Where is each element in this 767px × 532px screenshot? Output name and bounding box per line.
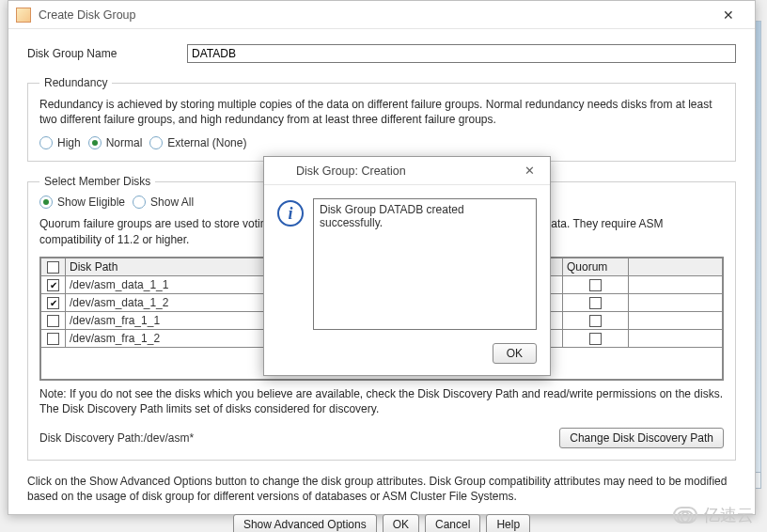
change-discovery-path-button[interactable]: Change Disk Discovery Path — [559, 428, 724, 448]
member-disks-legend: Select Member Disks — [39, 175, 155, 188]
close-icon[interactable]: ✕ — [518, 164, 540, 178]
show-eligible[interactable]: Show Eligible — [39, 196, 125, 209]
discovery-path-label: Disk Discovery Path:/dev/asm* — [39, 431, 559, 445]
footer-text: Click on the Show Advanced Options butto… — [27, 474, 736, 504]
col-pad — [629, 258, 723, 275]
titlebar: Create Disk Group ✕ — [8, 1, 755, 29]
cancel-button[interactable]: Cancel — [425, 514, 480, 533]
dialog-title: Disk Group: Creation — [296, 164, 518, 178]
redundancy-options: High Normal External (None) — [39, 136, 724, 149]
col-select[interactable] — [41, 258, 66, 275]
checkbox-icon[interactable] — [589, 333, 602, 345]
checkbox-icon[interactable] — [589, 297, 602, 309]
help-button[interactable]: Help — [486, 514, 530, 533]
dialog-titlebar: Disk Group: Creation ✕ — [264, 157, 550, 185]
radio-icon — [39, 196, 53, 209]
checkbox-icon[interactable] — [47, 279, 59, 291]
radio-icon — [149, 136, 163, 149]
redundancy-external[interactable]: External (None) — [149, 136, 246, 149]
dialog-body: i Disk Group DATADB created successfully… — [264, 185, 550, 336]
footer-buttons: Show Advanced Options OK Cancel Help — [27, 514, 736, 533]
redundancy-high[interactable]: High — [39, 136, 81, 149]
redundancy-legend: Redundancy — [39, 76, 112, 89]
disk-group-name-label: Disk Group Name — [27, 47, 187, 60]
app-icon — [274, 164, 289, 179]
redundancy-normal[interactable]: Normal — [88, 136, 143, 149]
disk-group-name-input[interactable] — [187, 44, 736, 63]
app-icon — [16, 8, 31, 23]
checkbox-icon[interactable] — [47, 315, 59, 327]
radio-label: Normal — [106, 136, 143, 149]
redundancy-fieldset: Redundancy Redundancy is achieved by sto… — [27, 76, 736, 162]
radio-label: High — [57, 136, 81, 149]
dialog-ok-button[interactable]: OK — [493, 343, 537, 364]
info-icon: i — [277, 200, 304, 227]
checkbox-icon[interactable] — [589, 279, 602, 291]
redundancy-text: Redundancy is achieved by storing multip… — [39, 97, 724, 127]
checkbox-icon[interactable] — [589, 315, 602, 327]
checkbox-icon[interactable] — [47, 333, 59, 345]
radio-icon — [133, 196, 146, 209]
radio-label: External (None) — [167, 136, 246, 149]
radio-label: Show Eligible — [57, 196, 125, 209]
show-all[interactable]: Show All — [133, 196, 194, 209]
discovery-row: Disk Discovery Path:/dev/asm* Change Dis… — [39, 428, 724, 448]
discovery-note: Note: If you do not see the disks which … — [39, 386, 724, 416]
radio-label: Show All — [150, 196, 194, 209]
dialog-footer: OK — [264, 336, 550, 375]
radio-icon — [39, 136, 53, 149]
checkbox-icon[interactable] — [47, 297, 59, 309]
close-icon[interactable]: ✕ — [710, 5, 747, 25]
disk-group-name-row: Disk Group Name — [27, 44, 736, 63]
dialog-message: Disk Group DATADB created successfully. — [313, 198, 537, 330]
radio-icon — [88, 136, 102, 149]
disk-group-creation-dialog: Disk Group: Creation ✕ i Disk Group DATA… — [263, 156, 551, 376]
col-quorum[interactable]: Quorum — [563, 258, 629, 275]
ok-button[interactable]: OK — [383, 514, 419, 533]
window-title: Create Disk Group — [39, 8, 710, 22]
show-advanced-button[interactable]: Show Advanced Options — [233, 514, 377, 533]
